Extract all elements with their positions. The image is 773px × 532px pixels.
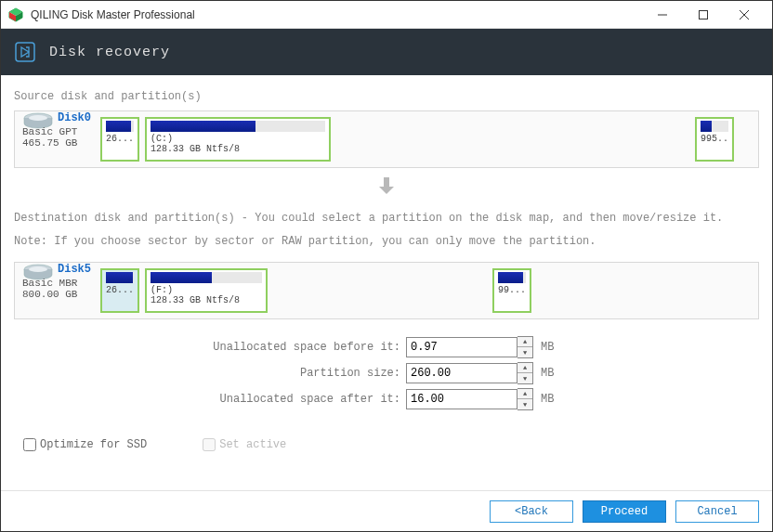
footer: <Back Proceed Cancel [1,490,772,531]
source-disk-meta: Disk0 Basic GPT 465.75 GB [22,111,100,167]
spinner-after[interactable]: ▲▼ [518,388,533,410]
form-row-size: Partition size: ▲▼ MB [14,362,759,384]
label-size: Partition size: [14,367,406,380]
page-header: Disk recovery [1,29,772,75]
partition[interactable]: 26... [100,268,139,313]
partition[interactable]: 99... [492,268,531,313]
spinner-before[interactable]: ▲▼ [518,336,533,358]
checkbox-row: Optimize for SSD Set active [14,438,759,451]
form-row-before: Unallocated space before it: ▲▼ MB [14,336,759,358]
optimize-ssd-checkbox[interactable]: Optimize for SSD [23,438,147,451]
unit-mb: MB [541,393,554,406]
set-active-checkbox: Set active [203,438,286,451]
spinner-size[interactable]: ▲▼ [518,362,533,384]
partition-label: (F:) [151,285,262,295]
close-button[interactable] [724,1,765,29]
partition[interactable]: 995... [695,117,734,162]
input-before[interactable] [406,337,518,357]
spin-down-icon[interactable]: ▼ [518,399,532,409]
spin-up-icon[interactable]: ▲ [518,337,532,347]
source-disk-box: Disk0 Basic GPT 465.75 GB 26...(C:)128.3… [14,110,759,168]
dest-disk-box: Disk5 Basic MBR 800.00 GB 26...(F:)128.3… [14,262,759,319]
svg-rect-8 [16,43,34,61]
unit-mb: MB [541,341,554,354]
partition-gap [273,268,487,313]
source-partitions: 26...(C:)128.33 GB Ntfs/8995... [100,117,751,162]
optimize-ssd-input[interactable] [23,438,36,451]
set-active-label: Set active [219,438,286,451]
dest-disk-meta: Disk5 Basic MBR 800.00 GB [22,263,100,318]
input-size[interactable] [406,363,518,383]
dest-disk-name: Disk5 [58,263,91,276]
titlebar: QILING Disk Master Professional [1,1,772,29]
source-disk-type: Basic GPT [22,126,77,137]
form-row-after: Unallocated space after it: ▲▼ MB [14,388,759,410]
back-button[interactable]: <Back [490,500,573,523]
partition-label: 99... [498,285,526,295]
arrow-down-icon [14,175,759,202]
partition-sublabel: 128.33 GB Ntfs/8 [151,295,262,305]
partition-label: (C:) [151,134,325,144]
window-controls [642,1,765,29]
partition-label: 995... [701,134,728,144]
partition[interactable]: 26... [100,117,139,162]
dest-disk-size: 800.00 GB [22,289,77,300]
partition-gap [537,268,741,313]
optimize-ssd-label: Optimize for SSD [40,438,147,451]
label-before: Unallocated space before it: [14,341,406,354]
cancel-button[interactable]: Cancel [675,500,759,523]
spin-up-icon[interactable]: ▲ [518,363,532,373]
proceed-button[interactable]: Proceed [583,500,666,523]
input-after[interactable] [406,389,518,409]
source-disk-size: 465.75 GB [22,137,77,149]
dest-partitions: 26...(F:)128.33 GB Ntfs/899... [100,268,751,313]
partition[interactable]: (C:)128.33 GB Ntfs/8 [145,117,331,162]
unit-mb: MB [541,367,554,380]
minimize-button[interactable] [642,1,683,29]
source-label: Source disk and partition(s) [14,90,759,103]
dest-label-2: Note: If you choose sector by sector or … [14,233,759,251]
window: QILING Disk Master Professional Disk rec… [0,0,773,532]
app-title: QILING Disk Master Professional [31,8,642,21]
partition[interactable]: (F:)128.33 GB Ntfs/8 [145,268,268,313]
resize-form: Unallocated space before it: ▲▼ MB Parti… [14,336,759,414]
svg-rect-5 [700,10,708,19]
partition-sublabel: 128.33 GB Ntfs/8 [151,144,325,154]
page-title: Disk recovery [49,45,170,60]
svg-point-10 [29,115,47,121]
app-icon [8,7,23,22]
set-active-input [203,438,216,451]
dest-label-1: Destination disk and partition(s) - You … [14,210,759,227]
partition-label: 26... [106,285,134,295]
partition-label: 26... [106,134,134,144]
spin-down-icon[interactable]: ▼ [518,347,532,357]
content: Source disk and partition(s) Disk0 Basic… [1,75,772,490]
svg-point-12 [29,266,47,272]
recovery-icon [14,41,36,63]
label-after: Unallocated space after it: [14,393,406,406]
maximize-button[interactable] [683,1,724,29]
dest-disk-type: Basic MBR [22,278,77,289]
partition-gap [336,117,689,162]
spin-up-icon[interactable]: ▲ [518,389,532,399]
spin-down-icon[interactable]: ▼ [518,373,532,383]
source-disk-name: Disk0 [58,111,91,124]
